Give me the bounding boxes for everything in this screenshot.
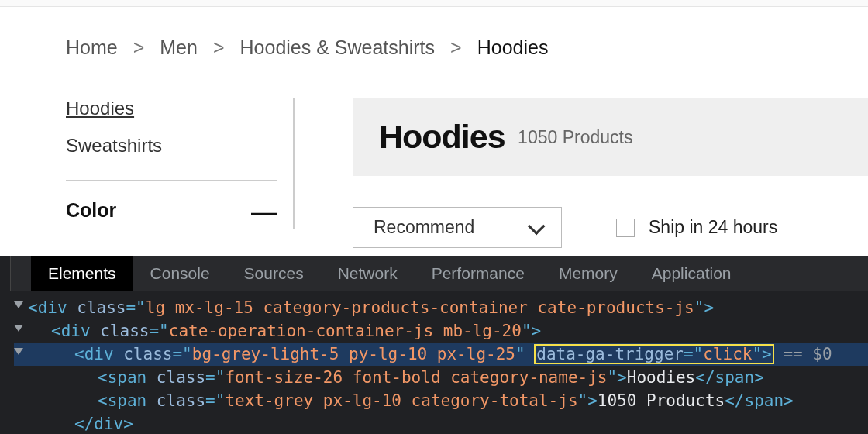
product-count: 1050 Products — [518, 127, 632, 147]
devtools-panel: Elements Console Sources Network Perform… — [0, 256, 868, 434]
devtools-tabs: Elements Console Sources Network Perform… — [0, 256, 868, 291]
tab-elements[interactable]: Elements — [31, 256, 133, 291]
sidebar-item-hoodies[interactable]: Hoodies — [66, 98, 277, 119]
category-title-banner: Hoodies 1050 Products — [353, 98, 868, 176]
expand-arrow-icon[interactable] — [14, 325, 23, 332]
chevron-down-icon — [528, 217, 546, 235]
devtools-spacer — [0, 256, 11, 291]
expand-arrow-icon[interactable] — [14, 348, 23, 355]
dom-tree[interactable]: <div class="lg mx-lg-15 category-product… — [0, 291, 868, 434]
sort-select[interactable]: Recommend — [353, 207, 562, 248]
ecommerce-page: Home > Men > Hoodies & Sweatshirts > Hoo… — [0, 7, 868, 263]
dom-node-selected[interactable]: <div class="bg-grey-light-5 py-lg-10 px-… — [14, 343, 868, 366]
tab-performance[interactable]: Performance — [415, 256, 542, 291]
ship-24h-label: Ship in 24 hours — [649, 217, 777, 238]
breadcrumb-home[interactable]: Home — [66, 36, 118, 59]
collapse-icon[interactable]: — — [251, 203, 277, 219]
highlighted-attribute: data-ga-trigger="click"> — [535, 345, 773, 363]
breadcrumb-current: Hoodies — [477, 36, 549, 59]
breadcrumb-category[interactable]: Hoodies & Sweatshirts — [240, 36, 436, 59]
breadcrumb: Home > Men > Hoodies & Sweatshirts > Hoo… — [66, 36, 868, 59]
tab-network[interactable]: Network — [321, 256, 415, 291]
dom-node[interactable]: <div class="lg mx-lg-15 category-product… — [14, 296, 868, 319]
selected-node-indicator: == $0 — [773, 345, 832, 363]
sort-select-value: Recommend — [374, 217, 474, 238]
breadcrumb-sep: > — [450, 36, 462, 59]
breadcrumb-sep: > — [213, 36, 225, 59]
sidebar: Hoodies Sweatshirts Color — — [66, 98, 294, 229]
ship-24h-checkbox[interactable] — [616, 219, 635, 237]
breadcrumb-men[interactable]: Men — [160, 36, 198, 59]
breadcrumb-sep: > — [133, 36, 145, 59]
dom-node[interactable]: <span class="text-grey px-lg-10 category… — [14, 389, 868, 412]
window-topbar — [0, 0, 868, 7]
tab-console[interactable]: Console — [133, 256, 227, 291]
sidebar-item-sweatshirts[interactable]: Sweatshirts — [66, 135, 277, 157]
tab-sources[interactable]: Sources — [227, 256, 321, 291]
tab-memory[interactable]: Memory — [542, 256, 635, 291]
filter-color[interactable]: Color — — [66, 199, 277, 222]
filter-color-label: Color — [66, 199, 116, 222]
sidebar-divider — [66, 180, 277, 181]
expand-arrow-icon[interactable] — [14, 301, 23, 308]
dom-node[interactable]: <span class="font-size-26 font-bold cate… — [14, 366, 868, 389]
dom-node[interactable]: <div class="cate-operation-container-js … — [14, 319, 868, 343]
dom-node[interactable]: </div> — [14, 412, 868, 434]
tab-application[interactable]: Application — [635, 256, 749, 291]
category-title: Hoodies — [379, 118, 505, 155]
ship-24h-filter[interactable]: Ship in 24 hours — [616, 217, 777, 238]
